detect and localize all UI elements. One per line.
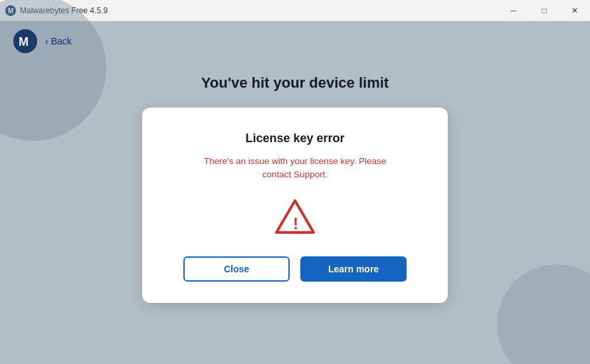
page-content: You've hit your device limit License key… [0, 61, 590, 364]
svg-text:M: M [19, 35, 29, 48]
window-controls: ─ □ ✕ [498, 0, 590, 21]
maximize-button[interactable]: □ [529, 0, 559, 21]
learn-more-button[interactable]: Learn more [300, 256, 407, 282]
titlebar: M Malwarebytes Free 4.5.9 ─ □ ✕ [0, 0, 590, 21]
app-body: M ‹ Back You've hit your device limit Li… [0, 21, 590, 364]
navbar: M ‹ Back [0, 21, 590, 61]
dialog-card: License key error There's an issue with … [142, 108, 448, 303]
back-button[interactable]: ‹ Back [45, 36, 72, 46]
svg-text:!: ! [293, 215, 298, 232]
dialog-title: License key error [245, 132, 344, 145]
logo-icon: M [13, 29, 37, 53]
minimize-button[interactable]: ─ [498, 0, 529, 21]
window-close-button[interactable]: ✕ [559, 0, 590, 21]
warning-icon: ! [274, 198, 316, 235]
close-button[interactable]: Close [183, 256, 290, 282]
warning-icon-container: ! [274, 198, 316, 238]
page-title: You've hit your device limit [201, 74, 389, 92]
back-chevron-icon: ‹ [45, 36, 49, 46]
back-label: Back [51, 36, 72, 46]
dialog-buttons: Close Learn more [169, 256, 421, 282]
dialog-message: There's an issue with your license key. … [204, 155, 387, 182]
